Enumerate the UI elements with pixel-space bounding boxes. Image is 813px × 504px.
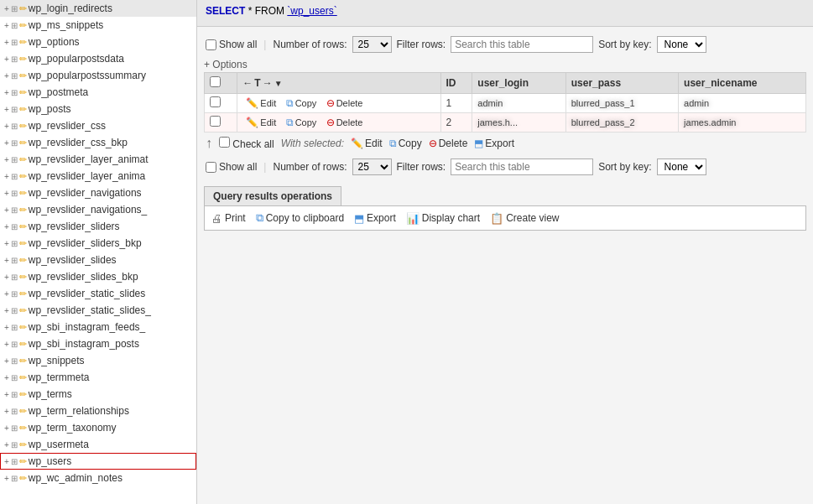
- sidebar-item-wp-usermeta[interactable]: + ⊞ ✏ wp_usermeta: [0, 436, 196, 453]
- edit-icon: ✏: [19, 3, 27, 14]
- create-view-link[interactable]: 📋 Create view: [490, 212, 559, 225]
- delete-row-1-btn[interactable]: ⊖ Delete: [323, 116, 367, 129]
- expand-icon: +: [4, 273, 9, 282]
- sidebar-item-wp-revslider-sliders-bkp[interactable]: + ⊞ ✏ wp_revslider_sliders_bkp: [0, 235, 196, 252]
- sidebar-item-wp-termmeta[interactable]: + ⊞ ✏ wp_termmeta: [0, 369, 196, 386]
- query-results-button[interactable]: Query results operations: [204, 186, 341, 205]
- edit-row-1-btn[interactable]: ✏️ Edit: [242, 116, 279, 129]
- edit-selected-link[interactable]: ✏️ Edit: [351, 138, 383, 149]
- row-checkbox-0[interactable]: [210, 96, 221, 107]
- delete-selected-text: Delete: [439, 138, 468, 149]
- sidebar-item-wp-sbi-instagram-feeds-[interactable]: + ⊞ ✏ wp_sbi_instagram_feeds_: [0, 319, 196, 335]
- delete-selected-link[interactable]: ⊖ Delete: [429, 138, 468, 149]
- expand-icon: +: [4, 390, 9, 399]
- copy-clipboard-link[interactable]: ⧉ Copy to clipboard: [256, 211, 344, 225]
- sidebar-item-wp-revslider-slides[interactable]: + ⊞ ✏ wp_revslider_slides: [0, 252, 196, 268]
- row-checkbox-1[interactable]: [210, 116, 221, 127]
- show-all-top-checkbox[interactable]: [206, 39, 216, 50]
- expand-icon: +: [4, 205, 9, 215]
- sidebar-item-wp-term-relationships[interactable]: + ⊞ ✏ wp_term_relationships: [0, 403, 196, 419]
- expand-icon: +: [4, 256, 9, 265]
- export-selected-link[interactable]: ⬒ Export: [474, 138, 514, 149]
- sql-table: `wp_users`: [287, 5, 336, 17]
- expand-icon: +: [4, 356, 9, 366]
- edit-row-0-btn[interactable]: ✏️ Edit: [242, 96, 279, 110]
- check-all-label[interactable]: Check all: [219, 137, 274, 150]
- options-link[interactable]: + Options: [204, 57, 806, 72]
- sidebar-item-wp-posts[interactable]: + ⊞ ✏ wp_posts: [0, 101, 196, 117]
- table-icon: ⊞: [11, 88, 18, 97]
- show-all-bottom-label[interactable]: Show all: [206, 161, 257, 173]
- delete-row-0-btn[interactable]: ⊖ Delete: [323, 96, 367, 110]
- copy-row-1-btn[interactable]: ⧉ Copy: [283, 116, 321, 129]
- show-all-top-label[interactable]: Show all: [206, 39, 257, 50]
- display-chart-link[interactable]: 📊 Display chart: [406, 212, 480, 225]
- th-user-login[interactable]: user_login: [472, 73, 565, 94]
- sidebar-item-wp-sbi-instagram-posts[interactable]: + ⊞ ✏ wp_sbi_instagram_posts: [0, 335, 196, 352]
- sidebar-item-label: wp_revslider_sliders_bkp: [29, 237, 142, 249]
- sort-dropdown-icon[interactable]: ▼: [274, 79, 283, 88]
- expand-icon: +: [4, 189, 9, 198]
- table-icon: ⊞: [11, 289, 18, 299]
- row-login-0: admin: [472, 94, 565, 113]
- edit-icon: ✏: [19, 70, 27, 81]
- sidebar-item-wp-postmeta[interactable]: + ⊞ ✏ wp_postmeta: [0, 84, 196, 101]
- copy-row-0-btn[interactable]: ⧉ Copy: [283, 96, 321, 110]
- toolbar-top: Show all | Number of rows: 25 50 100 Fil…: [204, 32, 806, 57]
- sidebar: + ⊞ ✏ wp_login_redirects + ⊞ ✏ wp_ms_sni…: [0, 0, 197, 504]
- edit-icon: ✏: [19, 322, 27, 333]
- sidebar-item-wp-terms[interactable]: + ⊞ ✏ wp_terms: [0, 386, 196, 403]
- search-bottom-input[interactable]: [451, 158, 593, 175]
- sidebar-item-wp-options[interactable]: + ⊞ ✏ wp_options: [0, 34, 196, 50]
- query-results-ops: 🖨 Print ⧉ Copy to clipboard ⬒ Export 📊 D…: [204, 205, 806, 231]
- sidebar-item-wp-revslider-layer-animat[interactable]: + ⊞ ✏ wp_revslider_layer_animat: [0, 151, 196, 168]
- num-rows-top-select[interactable]: 25 50 100: [352, 36, 392, 53]
- sidebar-item-wp-snippets[interactable]: + ⊞ ✏ wp_snippets: [0, 352, 196, 369]
- th-user-pass[interactable]: user_pass: [565, 73, 678, 94]
- copy-selected-link[interactable]: ⧉ Copy: [389, 138, 422, 149]
- edit-icon: ✏: [19, 423, 27, 434]
- sidebar-item-wp-revslider-slides-bkp[interactable]: + ⊞ ✏ wp_revslider_slides_bkp: [0, 268, 196, 285]
- sidebar-item-wp-revslider-layer-anima[interactable]: + ⊞ ✏ wp_revslider_layer_anima: [0, 168, 196, 184]
- sidebar-item-wp-revslider-sliders[interactable]: + ⊞ ✏ wp_revslider_sliders: [0, 218, 196, 235]
- sidebar-item-wp-revslider-navigations-[interactable]: + ⊞ ✏ wp_revslider_navigations_: [0, 201, 196, 218]
- sidebar-item-wp-revslider-static-slides-[interactable]: + ⊞ ✏ wp_revslider_static_slides_: [0, 302, 196, 319]
- show-all-bottom-checkbox[interactable]: [206, 162, 216, 173]
- sidebar-item-wp-popularpostsdata[interactable]: + ⊞ ✏ wp_popularpostsdata: [0, 50, 196, 67]
- sidebar-item-wp-revslider-css[interactable]: + ⊞ ✏ wp_revslider_css: [0, 117, 196, 134]
- sidebar-item-wp-popularpostssummary[interactable]: + ⊞ ✏ wp_popularpostssummary: [0, 67, 196, 84]
- sort-top-select[interactable]: None: [657, 36, 706, 53]
- sidebar-item-label: wp_options: [29, 36, 80, 48]
- copy-clipboard-text: Copy to clipboard: [266, 212, 344, 224]
- sidebar-item-label: wp_usermeta: [29, 439, 89, 450]
- sidebar-item-wp-revslider-css-bkp[interactable]: + ⊞ ✏ wp_revslider_css_bkp: [0, 134, 196, 151]
- sidebar-item-wp-ms-snippets[interactable]: + ⊞ ✏ wp_ms_snippets: [0, 17, 196, 34]
- export-link[interactable]: ⬒ Export: [354, 212, 396, 225]
- sidebar-item-wp-users[interactable]: + ⊞ ✏ wp_users: [0, 453, 196, 470]
- back-arrow[interactable]: ↑: [206, 136, 212, 151]
- table-icon: ⊞: [11, 457, 18, 466]
- table-icon: ⊞: [11, 155, 18, 164]
- sidebar-item-wp-wc-admin-notes[interactable]: + ⊞ ✏ wp_wc_admin_notes: [0, 470, 196, 486]
- export-selected-icon: ⬒: [474, 138, 483, 149]
- sort-bottom-select[interactable]: None: [657, 158, 706, 175]
- search-top-input[interactable]: [451, 36, 593, 53]
- num-rows-bottom-select[interactable]: 25 50 100: [352, 158, 392, 175]
- th-user-nicename[interactable]: user_nicename: [679, 73, 806, 94]
- copy-icon-1: ⧉: [286, 117, 294, 128]
- sidebar-item-label: wp_revslider_sliders: [29, 221, 120, 232]
- select-all-checkbox[interactable]: [210, 76, 221, 87]
- check-all-checkbox[interactable]: [219, 137, 230, 148]
- edit-icon: ✏: [19, 171, 27, 182]
- th-id[interactable]: ID: [440, 73, 472, 94]
- sidebar-item-wp-revslider-static-slides[interactable]: + ⊞ ✏ wp_revslider_static_slides: [0, 285, 196, 302]
- sidebar-item-wp-term-taxonomy[interactable]: + ⊞ ✏ wp_term_taxonomy: [0, 419, 196, 436]
- sidebar-item-wp-login-redirects[interactable]: + ⊞ ✏ wp_login_redirects: [0, 0, 196, 17]
- table-row: ✏️ Edit ⧉ Copy ⊖ Delete 1 admin blurred_…: [205, 94, 806, 113]
- sidebar-item-label: wp_revslider_layer_animat: [29, 153, 149, 165]
- table-icon: ⊞: [11, 256, 18, 265]
- expand-icon: +: [4, 407, 9, 416]
- expand-icon: +: [4, 88, 9, 97]
- sidebar-item-wp-revslider-navigations[interactable]: + ⊞ ✏ wp_revslider_navigations: [0, 184, 196, 201]
- print-link[interactable]: 🖨 Print: [211, 212, 246, 225]
